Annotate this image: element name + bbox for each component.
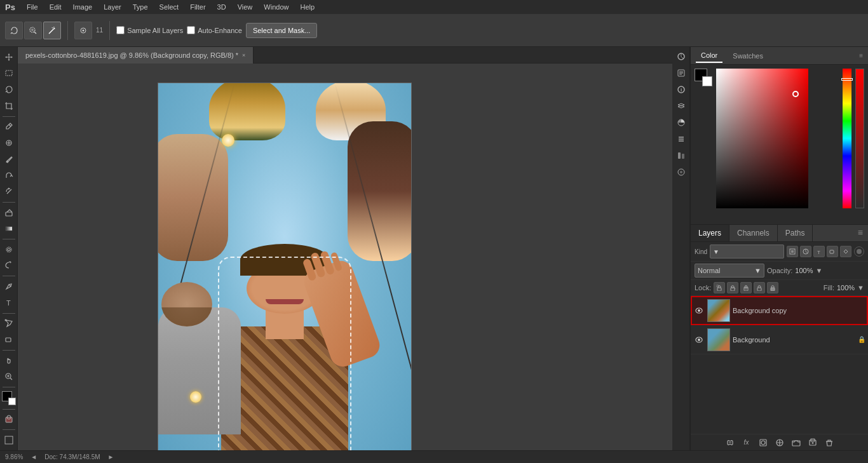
opacity-value[interactable]: 100% [795,267,813,274]
tab-close-btn[interactable]: × [242,52,245,58]
layer-background-copy[interactable]: Background copy [691,296,868,325]
quick-mask-mode[interactable] [1,412,17,427]
filter-toggle[interactable] [854,246,864,257]
blur-tool[interactable] [1,242,17,257]
shape-tool[interactable] [1,332,17,347]
adjustments-icon[interactable] [674,116,688,130]
status-arrow-right[interactable]: ► [108,453,114,460]
menu-3d[interactable]: 3D [212,2,231,12]
layer-visibility-bg[interactable] [693,334,705,346]
dodge-tool[interactable] [1,258,17,274]
filter-type-icon[interactable]: T [813,246,825,257]
sample-all-layers-label[interactable]: Sample All Layers [116,26,183,34]
blend-mode-dropdown[interactable]: Normal ▼ [695,264,764,278]
history-icon[interactable] [674,66,688,80]
gradient-tool[interactable] [1,221,17,236]
layer-background[interactable]: Background 🔒 [691,325,868,354]
link-layers-btn[interactable] [724,436,736,449]
text-tool[interactable]: T [1,295,17,311]
layers-panel: Layers Channels Paths ≡ Kind ▼ [691,225,868,450]
filter-pixel-icon[interactable] [787,246,798,257]
channels-icon[interactable] [674,149,688,163]
fill-arrow[interactable]: ▼ [857,284,864,292]
options-toolbar: 11 Sample All Layers Auto-Enhance Select… [0,14,868,47]
info-icon[interactable]: i [674,83,688,97]
tab-layers[interactable]: Layers [691,225,729,241]
hue-slider[interactable] [843,69,851,208]
lock-artboard-btn[interactable] [754,282,765,293]
history-brush-tool[interactable] [1,184,17,199]
alpha-slider[interactable] [855,69,864,208]
delete-layer-btn[interactable] [823,436,836,449]
hand-tool[interactable] [1,353,17,368]
menu-layer[interactable]: Layer [98,2,126,12]
layers-icon-side[interactable] [674,99,688,113]
menu-edit[interactable]: Edit [44,2,67,12]
filter-adj-icon[interactable] [800,246,811,257]
kind-dropdown[interactable]: ▼ [710,245,784,258]
crop-tool[interactable] [1,98,17,114]
filter-smart-icon[interactable] [840,246,851,257]
brush-tool[interactable] [1,152,17,167]
marquee-tool[interactable] [1,66,17,81]
add-layer-style-btn[interactable]: fx [740,436,753,449]
menu-window[interactable]: Window [259,2,294,12]
zoom-level[interactable]: 9.86% [5,453,23,460]
add-group-btn[interactable] [790,436,803,449]
menu-type[interactable]: Type [128,2,153,12]
new-layer-btn[interactable] [806,436,819,449]
menu-select[interactable]: Select [154,2,184,12]
svg-point-12 [4,319,6,321]
canvas-container[interactable] [18,64,672,450]
adjustment-layer-btn[interactable] [773,436,786,449]
lock-image-btn[interactable] [727,282,738,293]
foreground-background-colors[interactable] [1,390,17,406]
menu-image[interactable]: Image [68,2,98,12]
svg-point-1 [31,29,34,31]
tab-paths[interactable]: Paths [778,225,813,241]
status-arrow[interactable]: ◄ [31,453,37,460]
masks-icon[interactable] [674,165,688,179]
auto-enhance-label[interactable]: Auto-Enhance [187,26,242,34]
path-selection-tool[interactable] [1,316,17,332]
color-gradient-picker[interactable] [716,69,839,208]
sample-all-layers-checkbox[interactable] [116,26,125,34]
auto-enhance-checkbox[interactable] [187,26,195,34]
zoom-tool[interactable] [1,369,17,384]
lock-all-btn[interactable] [767,282,778,293]
swatches-tab[interactable]: Swatches [728,50,768,62]
menu-file[interactable]: File [22,2,43,12]
layer-visibility-bg-copy[interactable] [693,305,705,316]
screen-mode[interactable] [1,433,17,448]
color-panel-icon[interactable] [674,50,688,64]
eyedropper-tool[interactable] [1,119,17,135]
menu-filter[interactable]: Filter [185,2,210,12]
add-mask-btn[interactable] [757,436,770,449]
fill-value[interactable]: 100% [837,284,855,292]
healing-tool[interactable] [1,135,17,151]
lock-transparent-btn[interactable] [714,282,725,293]
lock-position-btn[interactable] [740,282,752,293]
status-bar: 9.86% ◄ Doc: 74.3M/148.5M ► [0,450,868,463]
opacity-arrow[interactable]: ▼ [816,267,823,274]
background-color-swatch[interactable] [702,76,712,86]
color-panel-collapse[interactable]: ≡ [859,52,863,59]
lasso-tool-btn[interactable] [5,22,23,39]
brush-size-btn[interactable] [74,22,92,39]
tab-channels[interactable]: Channels [729,225,778,241]
magic-wand-btn[interactable] [43,22,61,39]
lasso-tool[interactable] [1,82,17,97]
clone-stamp-tool[interactable] [1,168,17,183]
select-mask-button[interactable]: Select and Mask... [246,23,318,38]
filter-shape-icon[interactable] [827,246,838,257]
eraser-tool[interactable] [1,205,17,220]
pen-tool[interactable] [1,279,17,294]
menu-view[interactable]: View [233,2,258,12]
menu-help[interactable]: Help [295,2,320,12]
move-tool[interactable] [1,50,17,65]
quick-selection-btn[interactable] [24,22,42,39]
layers-panel-menu[interactable]: ≡ [853,225,868,241]
properties-icon[interactable] [674,132,688,146]
document-tab[interactable]: pexels-cottonbro-4881619.jpg @ 9.86% (Ba… [18,47,254,64]
color-tab[interactable]: Color [696,49,722,63]
